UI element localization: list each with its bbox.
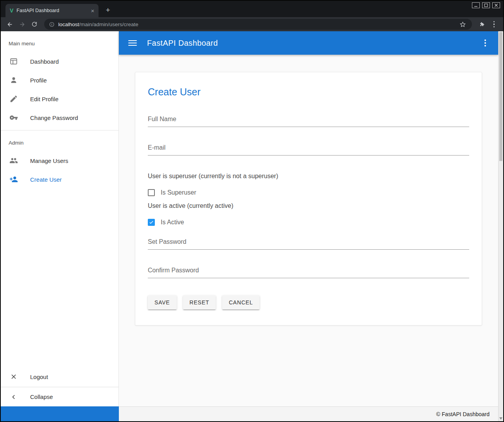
sidebar-item-label: Create User — [30, 176, 62, 183]
appbar: FastAPI Dashboard — [119, 31, 498, 55]
browser-window: V FastAPI Dashboard × + — [0, 0, 504, 422]
checkbox-unchecked-icon — [148, 189, 155, 196]
extensions-icon[interactable] — [477, 19, 487, 30]
email-field[interactable]: E-mail — [148, 144, 469, 156]
minimize-button[interactable] — [472, 2, 480, 8]
confirm-password-field[interactable]: Confirm Password — [148, 267, 469, 278]
cancel-button[interactable]: CANCEL — [222, 295, 260, 309]
url-path: /main/admin/users/create — [79, 21, 138, 27]
confirm-password-label: Confirm Password — [148, 267, 199, 274]
key-icon — [9, 113, 18, 122]
browser-toolbar: localhost/main/admin/users/create — [1, 17, 503, 31]
sidebar-collapse-button[interactable]: Collapse — [1, 387, 118, 406]
sidebar-section-main-menu: Main menu — [1, 31, 118, 52]
full-name-field[interactable]: Full Name — [148, 116, 469, 127]
site-info-icon[interactable] — [49, 21, 55, 27]
is-superuser-checkbox[interactable]: Is Superuser — [148, 189, 469, 196]
form-actions: SAVE RESET CANCEL — [148, 295, 469, 309]
appbar-title: FastAPI Dashboard — [147, 39, 480, 48]
reset-button[interactable]: RESET — [183, 295, 216, 309]
person-icon — [9, 76, 18, 84]
close-window-button[interactable] — [492, 2, 500, 8]
browser-menu-kebab-icon[interactable] — [489, 19, 499, 30]
tab-title: FastAPI Dashboard — [16, 8, 86, 13]
url-bar[interactable]: localhost/main/admin/users/create — [44, 19, 472, 30]
sidebar-item-label: Dashboard — [30, 58, 59, 65]
is-superuser-label: Is Superuser — [161, 189, 196, 196]
collapse-label: Collapse — [30, 393, 53, 400]
dashboard-icon — [9, 57, 18, 66]
new-tab-button[interactable]: + — [102, 5, 113, 16]
chevron-left-icon — [9, 393, 18, 401]
window-controls — [472, 2, 500, 8]
page-content: Create User Full Name E-mail User is sup… — [119, 55, 498, 406]
hamburger-menu-icon[interactable] — [128, 40, 137, 46]
sidebar-item-profile[interactable]: Profile — [1, 71, 118, 89]
url-host: localhost — [58, 21, 79, 27]
person-add-icon — [9, 175, 18, 184]
back-icon[interactable] — [5, 19, 15, 30]
active-hint: User is active (currently active) — [148, 202, 469, 209]
scrollbar-down-arrow-icon[interactable] — [499, 417, 502, 420]
sidebar-item-dashboard[interactable]: Dashboard — [1, 52, 118, 71]
sidebar-spacer — [1, 189, 118, 367]
main-area: FastAPI Dashboard Create User Full Name … — [119, 31, 498, 406]
sidebar-item-label: Profile — [30, 77, 47, 84]
people-icon — [9, 156, 18, 165]
scrollbar-thumb[interactable] — [499, 32, 502, 161]
vertical-scrollbar[interactable] — [498, 31, 503, 421]
vuetify-favicon-icon: V — [10, 7, 13, 14]
sidebar-item-manage-users[interactable]: Manage Users — [1, 151, 118, 170]
page-title: Create User — [148, 86, 469, 98]
superuser-hint: User is superuser (currently is not a su… — [148, 173, 469, 180]
forward-icon[interactable] — [17, 19, 27, 30]
app-shell: Main menu Dashboard Profile — [1, 31, 503, 421]
sidebar-section-admin: Admin — [1, 131, 118, 151]
save-button[interactable]: SAVE — [148, 295, 177, 309]
pencil-icon — [9, 95, 18, 103]
url-text: localhost/main/admin/users/create — [58, 21, 454, 27]
is-active-checkbox[interactable]: Is Active — [148, 219, 469, 226]
sidebar-item-label: Edit Profile — [30, 96, 59, 102]
sidebar-item-label: Logout — [30, 374, 48, 380]
footer-accent-block — [1, 406, 119, 421]
appbar-kebab-icon[interactable] — [480, 38, 490, 48]
set-password-label: Set Password — [148, 238, 187, 245]
sidebar-item-change-password[interactable]: Change Password — [1, 108, 118, 127]
sidebar-item-label: Change Password — [30, 114, 78, 121]
browser-titlebar: V FastAPI Dashboard × + — [1, 1, 503, 17]
sidebar-item-label: Manage Users — [30, 157, 68, 164]
sidebar: Main menu Dashboard Profile — [1, 31, 119, 406]
app-main: Main menu Dashboard Profile — [1, 31, 498, 406]
checkbox-checked-icon — [148, 219, 155, 226]
reload-icon[interactable] — [29, 19, 39, 30]
sidebar-item-create-user[interactable]: Create User — [1, 170, 118, 189]
sidebar-item-logout[interactable]: Logout — [1, 367, 118, 386]
create-user-card: Create User Full Name E-mail User is sup… — [135, 72, 482, 325]
email-label: E-mail — [148, 144, 165, 151]
footer-bar: © FastAPI Dashboard — [119, 406, 498, 421]
bookmark-star-icon[interactable] — [457, 19, 468, 30]
full-name-label: Full Name — [148, 116, 176, 122]
footer: © FastAPI Dashboard — [1, 406, 498, 421]
logout-x-icon — [9, 373, 18, 381]
set-password-field[interactable]: Set Password — [148, 238, 469, 250]
browser-tab[interactable]: V FastAPI Dashboard × — [5, 4, 99, 17]
sidebar-item-edit-profile[interactable]: Edit Profile — [1, 89, 118, 108]
tab-close-icon[interactable]: × — [89, 7, 96, 14]
footer-copyright: © FastAPI Dashboard — [436, 411, 490, 417]
is-active-label: Is Active — [161, 219, 184, 226]
maximize-button[interactable] — [482, 2, 490, 8]
